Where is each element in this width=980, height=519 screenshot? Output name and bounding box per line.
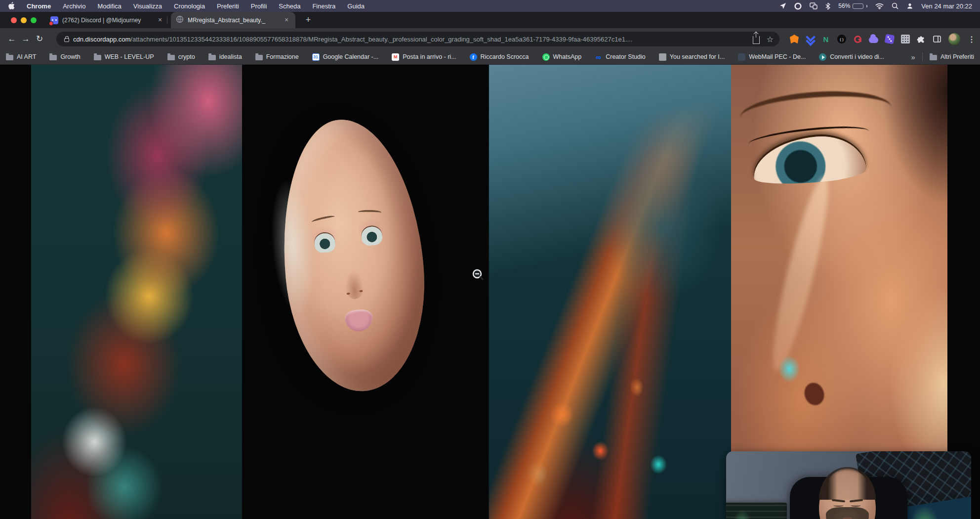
bookmark-star-icon[interactable]: ☆ bbox=[767, 35, 774, 44]
new-tab-button[interactable]: + bbox=[302, 14, 314, 26]
menu-item-finestra[interactable]: Finestra bbox=[312, 2, 335, 10]
apple-logo-icon[interactable] bbox=[8, 2, 15, 10]
purple-dice-extension-icon[interactable] bbox=[885, 34, 895, 44]
url-path: /attachments/1013512335442333816/1088905… bbox=[130, 36, 632, 43]
tab-image-active[interactable]: MRregista_Abstract_beauty._ × bbox=[171, 12, 295, 28]
folder-icon bbox=[930, 55, 937, 60]
screen-mirror-icon[interactable] bbox=[810, 2, 817, 9]
side-panel-icon[interactable] bbox=[933, 35, 941, 43]
menu-item-preferiti[interactable]: Preferiti bbox=[217, 2, 239, 10]
menu-item-visualizza[interactable]: Visualizza bbox=[133, 2, 162, 10]
webcam-overlay bbox=[726, 451, 971, 519]
portrait-lips bbox=[344, 308, 374, 333]
grid-extension-icon[interactable] bbox=[901, 35, 910, 43]
bookmark-folder-ai-art[interactable]: AI ART bbox=[6, 53, 36, 60]
wifi-icon[interactable] bbox=[875, 3, 884, 9]
menu-item-scheda[interactable]: Scheda bbox=[279, 2, 300, 10]
video-icon bbox=[819, 53, 826, 61]
bookmark-folder-growth[interactable]: Growth bbox=[49, 53, 80, 60]
bluetooth-icon[interactable] bbox=[825, 2, 830, 10]
lock-icon bbox=[64, 38, 69, 42]
meta-icon: ∞ bbox=[595, 53, 602, 61]
forward-button[interactable]: → bbox=[19, 32, 33, 46]
menu-bar-clock[interactable]: Ven 24 mar 20:22 bbox=[921, 2, 972, 10]
folder-icon bbox=[208, 55, 216, 60]
battery-percent: 56% bbox=[838, 2, 850, 9]
bookmark-google-calendar[interactable]: 31Google Calendar -... bbox=[312, 53, 379, 61]
folder-icon bbox=[255, 55, 263, 60]
folder-icon bbox=[94, 55, 101, 60]
webmail-icon bbox=[738, 53, 745, 61]
menu-item-modifica[interactable]: Modifica bbox=[97, 2, 121, 10]
url-text: cdn.discordapp.com/attachments/101351233… bbox=[73, 36, 748, 43]
bookmark-folder-crypto[interactable]: crypto bbox=[167, 53, 195, 60]
facebook-icon: f bbox=[470, 53, 477, 61]
menu-item-archivio[interactable]: Archivio bbox=[63, 2, 85, 10]
user-switch-icon[interactable] bbox=[906, 2, 913, 9]
tab-close-icon[interactable]: × bbox=[156, 16, 164, 24]
image-panel-abstract-warm bbox=[31, 65, 242, 519]
extensions-puzzle-icon[interactable] bbox=[917, 35, 926, 43]
menu-item-cronologia[interactable]: Cronologia bbox=[174, 2, 205, 10]
reload-button[interactable]: ↻ bbox=[33, 32, 46, 46]
browser-toolbar: ← → ↻ cdn.discordapp.com/attachments/101… bbox=[0, 28, 980, 49]
share-icon[interactable] bbox=[753, 36, 760, 44]
bookmark-folder-formazione[interactable]: Formazione bbox=[255, 53, 299, 60]
zoom-out-cursor-icon bbox=[472, 268, 485, 283]
page-content: A TIRISIN bbox=[0, 65, 980, 519]
window-close-button[interactable] bbox=[11, 17, 17, 23]
bookmark-folder-idealista[interactable]: idealista bbox=[208, 53, 242, 60]
metamask-extension-icon[interactable] bbox=[790, 35, 799, 43]
bookmark-you-searched[interactable]: You searched for I... bbox=[659, 53, 725, 61]
bookmark-webmail-pec[interactable]: WebMail PEC - De... bbox=[738, 53, 806, 61]
menu-bar-status-area: 56% Ven 24 mar 20:22 bbox=[779, 2, 972, 10]
notification-badge bbox=[49, 21, 53, 26]
bookmark-creator-studio[interactable]: ∞Creator Studio bbox=[595, 53, 646, 61]
green-n-extension-icon[interactable]: N bbox=[821, 35, 830, 43]
image-panel-abstract-teal bbox=[489, 65, 731, 519]
screen: Chrome Archivio Modifica Visualizza Cron… bbox=[0, 0, 980, 519]
chrome-tab-strip: (2762) Discord | @Midjourney × MRregista… bbox=[0, 12, 980, 28]
bookmark-whatsapp[interactable]: WhatsApp bbox=[542, 53, 582, 61]
window-zoom-button[interactable] bbox=[31, 17, 37, 23]
whatsapp-icon bbox=[542, 53, 550, 61]
red-key-extension-icon[interactable] bbox=[853, 35, 862, 43]
bookmark-folder-web-level-up[interactable]: WEB - LEVEL-UP bbox=[94, 53, 154, 60]
macos-menu-bar: Chrome Archivio Modifica Visualizza Cron… bbox=[0, 0, 980, 12]
tab-title: (2762) Discord | @Midjourney bbox=[62, 17, 152, 24]
bookmarks-bar: AI ART Growth WEB - LEVEL-UP crypto idea… bbox=[0, 49, 980, 65]
bookmark-gmail-inbox[interactable]: MPosta in arrivo - ri... bbox=[392, 53, 456, 61]
url-domain: cdn.discordapp.com bbox=[73, 36, 130, 43]
menu-app-name[interactable]: Chrome bbox=[27, 2, 51, 10]
bookmarks-overflow-chevron[interactable]: » bbox=[911, 53, 915, 61]
divider bbox=[922, 52, 923, 61]
black-circle-extension-icon[interactable]: ( ) bbox=[837, 35, 846, 43]
chrome-menu-icon[interactable]: ⋮ bbox=[967, 35, 976, 43]
image-panel-woman-portrait bbox=[242, 65, 489, 519]
location-icon[interactable] bbox=[779, 2, 786, 9]
window-minimize-button[interactable] bbox=[21, 17, 27, 23]
bookmark-converti-video[interactable]: Converti i video di... bbox=[819, 53, 884, 61]
profile-avatar[interactable] bbox=[948, 33, 960, 45]
battery-indicator[interactable]: 56% bbox=[838, 2, 867, 9]
spotlight-search-icon[interactable] bbox=[892, 2, 898, 9]
record-circle-icon[interactable] bbox=[794, 2, 802, 10]
discord-favicon bbox=[50, 16, 58, 24]
extensions-row: N ( ) ⋮ bbox=[790, 32, 976, 46]
blue-chevrons-extension-icon[interactable] bbox=[806, 35, 815, 43]
back-button[interactable]: ← bbox=[5, 32, 19, 46]
address-bar[interactable]: cdn.discordapp.com/attachments/101351233… bbox=[56, 32, 779, 46]
purple-cloud-extension-icon[interactable] bbox=[869, 37, 878, 43]
globe-favicon bbox=[176, 15, 184, 25]
tab-discord[interactable]: (2762) Discord | @Midjourney × bbox=[45, 12, 169, 28]
menu-item-profili[interactable]: Profili bbox=[251, 2, 267, 10]
bookmark-facebook-profile[interactable]: fRiccardo Scrocca bbox=[470, 53, 529, 61]
presenter-head bbox=[819, 469, 875, 519]
background-monitor-left bbox=[726, 503, 787, 519]
folder-icon bbox=[6, 55, 13, 60]
menu-item-guida[interactable]: Guida bbox=[347, 2, 365, 10]
other-bookmarks-folder[interactable]: Altri Preferiti bbox=[930, 53, 974, 60]
tab-close-icon[interactable]: × bbox=[283, 16, 290, 24]
folder-icon bbox=[167, 55, 175, 60]
calendar-icon: 31 bbox=[312, 53, 320, 61]
